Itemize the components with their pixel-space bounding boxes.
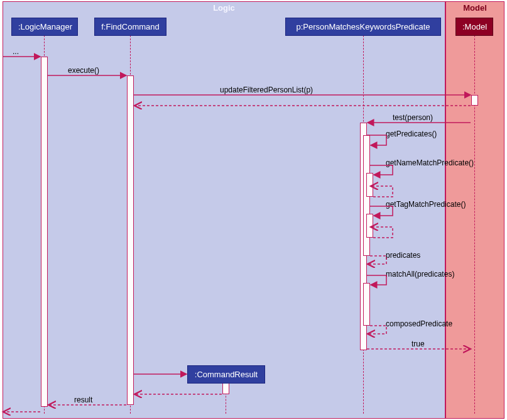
msg-testperson: test(person) bbox=[393, 114, 433, 121]
msg-getnamematch: getNameMatchPredicate() bbox=[386, 159, 474, 167]
msg-matchall: matchAll(predicates) bbox=[386, 270, 454, 278]
lifeline-model bbox=[474, 35, 475, 414]
msg-predicates: predicates bbox=[386, 251, 420, 259]
msg-updatefiltered: updateFilteredPersonList(p) bbox=[220, 86, 313, 94]
frame-logic: Logic bbox=[3, 1, 445, 419]
frame-model: Model bbox=[445, 1, 504, 419]
activation-commandresult bbox=[222, 383, 229, 394]
activation-findcommand bbox=[127, 75, 134, 405]
participant-predicate: p:PersonMatchesKeywordsPredicate bbox=[285, 18, 441, 36]
participant-logicmanager: :LogicManager bbox=[11, 18, 78, 36]
sequence-diagram: Logic Model :LogicManager f:FindCommand … bbox=[0, 0, 507, 420]
participant-commandresult: :CommandResult bbox=[187, 365, 265, 384]
activation-predicate-gettag bbox=[366, 214, 373, 238]
participant-model: :Model bbox=[455, 18, 493, 36]
frame-model-label: Model bbox=[463, 2, 487, 14]
msg-dots: ... bbox=[13, 48, 19, 55]
activation-model-update bbox=[471, 95, 478, 106]
participant-findcommand: f:FindCommand bbox=[94, 18, 166, 36]
msg-true: true bbox=[412, 340, 425, 348]
activation-logicmanager bbox=[41, 57, 48, 407]
msg-composedpredicate: composedPredicate bbox=[386, 320, 452, 328]
msg-getpredicates: getPredicates() bbox=[386, 130, 437, 138]
frame-logic-label: Logic bbox=[213, 2, 235, 14]
msg-result: result bbox=[74, 396, 92, 404]
activation-predicate-getname bbox=[366, 173, 373, 197]
activation-predicate-matchall bbox=[363, 283, 370, 326]
msg-execute: execute() bbox=[68, 67, 99, 74]
msg-gettagmatch: getTagMatchPredicate() bbox=[386, 201, 466, 208]
